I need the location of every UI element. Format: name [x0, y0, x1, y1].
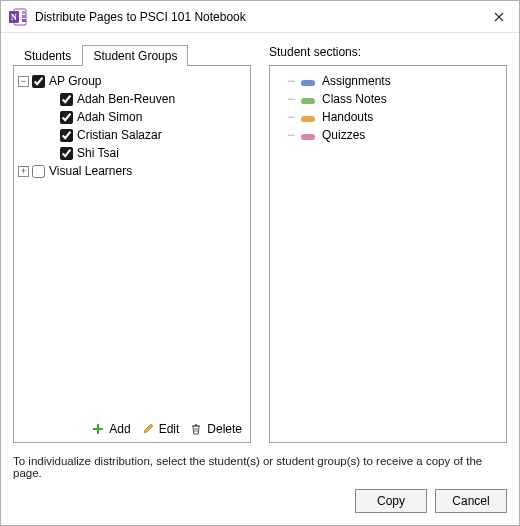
member-label: Adah Ben-Reuven — [77, 90, 175, 108]
tab-students[interactable]: Students — [13, 45, 82, 66]
sections-label: Student sections: — [269, 41, 507, 65]
right-pane: Student sections: ┄ Assignments ┄ — [269, 41, 507, 443]
onenote-icon: N — [9, 8, 27, 26]
tab-student-groups[interactable]: Student Groups — [82, 45, 188, 66]
collapse-icon[interactable]: − — [18, 76, 29, 87]
member-label: Adah Simon — [77, 108, 142, 126]
section-name: Quizzes — [322, 128, 365, 142]
add-button[interactable]: Add — [91, 422, 130, 436]
section-row[interactable]: ┄ Assignments — [276, 72, 500, 90]
plus-icon — [91, 422, 105, 436]
section-tab-icon — [300, 111, 316, 123]
hint-text: To individualize distribution, select th… — [13, 443, 507, 489]
expand-icon[interactable]: + — [18, 166, 29, 177]
dialog-body: Students Student Groups − AP Group — [1, 33, 519, 525]
section-row[interactable]: ┄ Handouts — [276, 108, 500, 126]
tree-connector: ┄ — [276, 75, 294, 88]
tree-body: − AP Group Adah Ben-Reuven Adah — [18, 72, 246, 418]
svg-rect-2 — [22, 15, 26, 18]
group-checkbox[interactable] — [32, 165, 45, 178]
tree-connector — [46, 112, 57, 123]
tree-connector: ┄ — [276, 111, 294, 124]
member-checkbox[interactable] — [60, 129, 73, 142]
edit-button[interactable]: Edit — [141, 422, 180, 436]
section-name: Handouts — [322, 110, 373, 124]
tree-member-row[interactable]: Adah Ben-Reuven — [18, 90, 246, 108]
member-checkbox[interactable] — [60, 111, 73, 124]
tree-connector: ┄ — [276, 93, 294, 106]
sections-list: ┄ Assignments ┄ Class Notes — [269, 65, 507, 443]
tree-group-row[interactable]: − AP Group — [18, 72, 246, 90]
window-title: Distribute Pages to PSCI 101 Notebook — [35, 10, 479, 24]
cancel-button[interactable]: Cancel — [435, 489, 507, 513]
section-name: Class Notes — [322, 92, 387, 106]
member-checkbox[interactable] — [60, 93, 73, 106]
copy-button[interactable]: Copy — [355, 489, 427, 513]
tree-connector — [46, 130, 57, 141]
trash-icon — [189, 422, 203, 436]
dialog-window: N Distribute Pages to PSCI 101 Notebook … — [0, 0, 520, 526]
group-label: AP Group — [49, 72, 101, 90]
edit-label: Edit — [159, 422, 180, 436]
titlebar: N Distribute Pages to PSCI 101 Notebook — [1, 1, 519, 33]
section-tab-icon — [300, 129, 316, 141]
member-label: Cristian Salazar — [77, 126, 162, 144]
add-label: Add — [109, 422, 130, 436]
pencil-icon — [141, 422, 155, 436]
tree-connector — [46, 94, 57, 105]
delete-button[interactable]: Delete — [189, 422, 242, 436]
left-pane: Students Student Groups − AP Group — [13, 41, 251, 443]
section-row[interactable]: ┄ Quizzes — [276, 126, 500, 144]
dialog-buttons: Copy Cancel — [13, 489, 507, 515]
tree-connector: ┄ — [276, 129, 294, 142]
tree-connector — [46, 148, 57, 159]
tree-actions: Add Edit — [18, 418, 246, 438]
svg-rect-3 — [22, 19, 26, 22]
group-tree: − AP Group Adah Ben-Reuven Adah — [13, 65, 251, 443]
section-tab-icon — [300, 93, 316, 105]
section-row[interactable]: ┄ Class Notes — [276, 90, 500, 108]
svg-rect-1 — [22, 11, 26, 14]
tree-group-row[interactable]: + Visual Learners — [18, 162, 246, 180]
close-button[interactable] — [479, 1, 519, 33]
tree-member-row[interactable]: Cristian Salazar — [18, 126, 246, 144]
tree-member-row[interactable]: Adah Simon — [18, 108, 246, 126]
member-label: Shi Tsai — [77, 144, 119, 162]
member-checkbox[interactable] — [60, 147, 73, 160]
tabs: Students Student Groups — [13, 41, 251, 65]
group-label: Visual Learners — [49, 162, 132, 180]
group-checkbox[interactable] — [32, 75, 45, 88]
svg-text:N: N — [11, 13, 17, 22]
tree-member-row[interactable]: Shi Tsai — [18, 144, 246, 162]
main-panels: Students Student Groups − AP Group — [13, 41, 507, 443]
section-tab-icon — [300, 75, 316, 87]
section-name: Assignments — [322, 74, 391, 88]
delete-label: Delete — [207, 422, 242, 436]
